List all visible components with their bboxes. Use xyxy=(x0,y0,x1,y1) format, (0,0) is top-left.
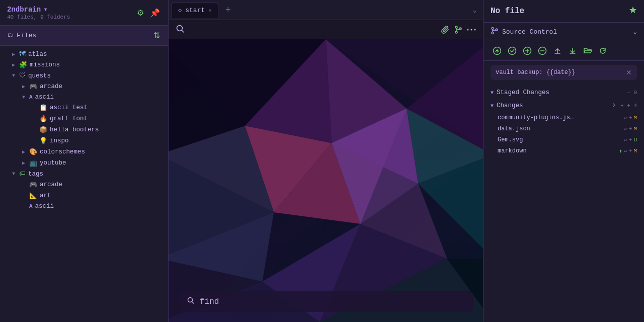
discard-button[interactable] xyxy=(536,45,549,56)
label-graff-font: graff font xyxy=(50,115,88,122)
fetch-button[interactable] xyxy=(566,45,579,56)
changes-header-left: ▼ Changes xyxy=(491,102,523,109)
push-button[interactable] xyxy=(491,45,504,56)
plus-circle-icon xyxy=(523,46,532,55)
tree-item-tags-art[interactable]: 📐 art xyxy=(0,190,168,201)
chevron-atlas: ▶ xyxy=(12,51,19,57)
label-missions: missions xyxy=(30,61,60,68)
changes-header[interactable]: ▼ Changes + + 4 xyxy=(484,99,644,112)
change-name-gem-svg: Gem.svg xyxy=(498,136,624,143)
pin-icon xyxy=(629,6,637,14)
attachment-icon xyxy=(441,25,450,34)
tab-start[interactable]: ◇ start ✕ xyxy=(172,2,218,18)
chevron-tags: ▼ xyxy=(12,171,19,177)
change-status-gem-svg: ↩ + U xyxy=(624,137,637,143)
svg-point-6 xyxy=(471,29,472,31)
attachment-button[interactable] xyxy=(441,25,450,34)
tree-item-inspo[interactable]: 💡 inspo xyxy=(0,135,168,146)
git-branch-button[interactable] xyxy=(454,25,463,34)
tree-item-missions[interactable]: ▶ 🧩 missions xyxy=(0,59,168,70)
icon-youtube: 📺 xyxy=(29,159,37,167)
files-bar: 🗂 Files ⇅ xyxy=(0,26,168,46)
download-icon xyxy=(568,46,577,55)
stage-all-button[interactable] xyxy=(521,45,534,56)
source-control-icon xyxy=(491,27,499,37)
label-inspo: inspo xyxy=(50,137,69,144)
staged-changes-label: Staged Changes xyxy=(497,89,549,96)
tree-item-youtube[interactable]: ▶ 📺 youtube xyxy=(0,157,168,169)
arrow-gem-svg: ↩ xyxy=(624,137,627,143)
icon-arcade: 🎮 xyxy=(29,83,37,91)
tree-item-colorschemes[interactable]: ▶ 🎨 colorschemes xyxy=(0,146,168,157)
change-item-gem-svg[interactable]: Gem.svg ↩ + U xyxy=(484,134,644,145)
icon-hella-booters: 📦 xyxy=(39,126,47,134)
source-control-label: Source Control xyxy=(502,28,557,36)
tree-item-quests[interactable]: ▼ 🛡 quests xyxy=(0,70,168,81)
svg-line-1 xyxy=(182,31,184,33)
upload-icon xyxy=(553,46,562,55)
publish-button[interactable] xyxy=(551,45,564,56)
icon-missions: 🧩 xyxy=(19,61,27,69)
workspace-name[interactable]: 2ndbrain ▾ xyxy=(7,5,70,14)
files-label: Files xyxy=(17,32,36,39)
change-item-data-json[interactable]: data.json ↩ + M xyxy=(484,123,644,134)
chevron-youtube: ▶ xyxy=(22,160,29,166)
open-repo-button[interactable] xyxy=(581,45,594,56)
change-name-data-json: data.json xyxy=(498,125,624,132)
sort-button[interactable]: ⇅ xyxy=(152,30,161,41)
icon-tags-ascii: A xyxy=(29,203,33,209)
arrow-markdown: ↩ xyxy=(624,148,627,154)
commit-check-button[interactable] xyxy=(506,45,519,56)
commit-message-input[interactable] xyxy=(496,69,622,76)
label-atlas: atlas xyxy=(28,51,47,58)
tab-start-label: start xyxy=(185,7,205,14)
tree-item-graff-font[interactable]: 🔥 graff font xyxy=(0,113,168,124)
tab-close-start[interactable]: ✕ xyxy=(208,7,212,14)
arrow-data-json: ↩ xyxy=(624,126,627,132)
tree-item-ascii[interactable]: ▼ A ascii xyxy=(0,92,168,102)
git-branch-icon xyxy=(454,25,463,34)
svg-point-42 xyxy=(509,47,516,55)
toolbar-right xyxy=(441,25,476,34)
gear-button[interactable]: ⚙ xyxy=(136,7,145,19)
tab-add-button[interactable]: + xyxy=(221,5,235,15)
workspace-info: 2ndbrain ▾ 40 files, 9 folders xyxy=(7,5,70,20)
tree-item-arcade[interactable]: ▶ 🎮 arcade xyxy=(0,81,168,92)
svg-point-35 xyxy=(188,298,193,302)
check-icon xyxy=(508,46,517,55)
extra-icon-markdown: ⬆ xyxy=(619,148,623,154)
icon-ascii-test: 📋 xyxy=(39,104,47,112)
right-panel-pin-button[interactable] xyxy=(629,6,637,16)
change-item-community-plugins[interactable]: community-plugins.js… ↩ + M xyxy=(484,112,644,123)
plus-community-plugins: + xyxy=(629,115,632,121)
tree-item-hella-booters[interactable]: 📦 hella booters xyxy=(0,124,168,135)
no-file-title: No file xyxy=(491,7,524,16)
label-arcade: arcade xyxy=(40,83,62,90)
tree-item-tags-arcade[interactable]: 🎮 arcade xyxy=(0,179,168,190)
change-item-markdown[interactable]: markdown ⬆ ↩ + M xyxy=(484,145,644,156)
tree-item-tags[interactable]: ▼ 🏷 tags xyxy=(0,169,168,179)
pin-button[interactable]: 📌 xyxy=(149,7,161,19)
tree-item-atlas[interactable]: ▶ 🗺 atlas xyxy=(0,49,168,59)
search-icon xyxy=(176,24,185,33)
find-input[interactable] xyxy=(200,297,465,306)
tree-item-tags-ascii[interactable]: A ascii xyxy=(0,201,168,211)
refresh-button[interactable] xyxy=(596,45,609,56)
label-hella-booters: hella booters xyxy=(50,126,99,133)
content-search-button[interactable] xyxy=(176,24,185,35)
commit-clear-button[interactable]: ✕ xyxy=(626,68,632,76)
label-tags-art: art xyxy=(40,192,51,199)
tab-expand-button[interactable]: ⌄ xyxy=(470,6,480,14)
image-area xyxy=(169,39,483,322)
icon-ascii: A xyxy=(29,94,33,100)
source-control-chevron[interactable]: ⌄ xyxy=(633,28,637,36)
find-bar-search-icon xyxy=(187,296,195,307)
svg-line-36 xyxy=(192,302,194,303)
workspace-subtitle: 40 files, 9 folders xyxy=(7,14,70,20)
tree-item-ascii-test[interactable]: 📋 ascii test xyxy=(0,102,168,113)
staged-changes-header[interactable]: ▼ Staged Changes — 0 xyxy=(484,86,644,99)
more-options-button[interactable] xyxy=(467,29,476,31)
find-bar xyxy=(179,291,473,312)
change-status-data-json: ↩ + M xyxy=(624,126,637,132)
right-panel-header: No file xyxy=(484,0,644,23)
